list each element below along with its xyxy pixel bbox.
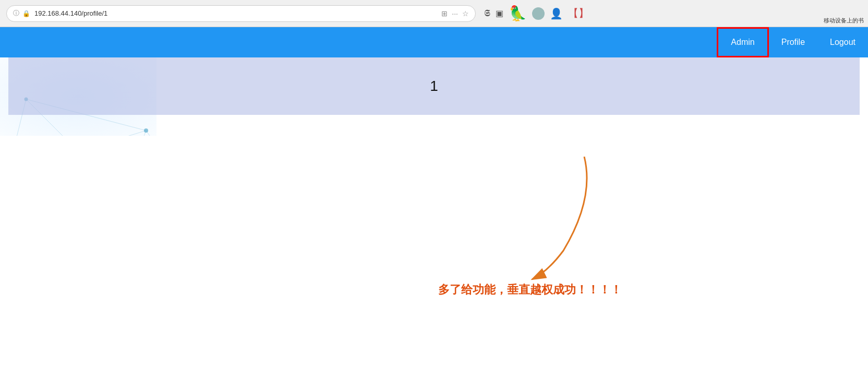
annotation-container: 多了给功能，垂直越权成功！！！！ [417,146,678,313]
url-text: 192.168.44.140/profile/1 [34,9,437,17]
nav-admin[interactable]: Admin [717,27,768,57]
bird-decoration: 🦜 [509,5,527,22]
nav-admin-label: Admin [731,38,754,47]
more-icon: ··· [452,9,458,18]
qr-icon: ⊞ [441,9,448,18]
lock-icon: 🔒 [22,10,30,17]
info-icon: ⓘ [13,9,19,18]
content-area: 1 多了给功能，垂直越权成功！！！！ [0,57,868,365]
nav-profile[interactable]: Profile [769,27,817,57]
extra-icon: 【】 [568,6,589,20]
nav-items: Admin Profile Logout [717,27,868,57]
address-bar-icons: ⓘ 🔒 [13,9,30,18]
nav-logout[interactable]: Logout [817,27,868,57]
address-bar[interactable]: ⓘ 🔒 192.168.44.140/profile/1 ⊞ ··· ☆ [6,5,476,22]
svg-point-47 [144,128,148,133]
annotation-text: 多了给功能，垂直越权成功！！！！ [438,282,622,298]
bookmark-icon: ☆ [462,9,469,18]
address-right-icons: ⊞ ··· ☆ [441,9,469,18]
profile-id: 1 [430,78,438,95]
nav-logout-label: Logout [830,38,855,47]
mobile-text: 移动设备上的书 [824,17,864,25]
arrow-annotation [469,146,636,292]
profile-banner: 1 [8,57,860,115]
navbar: Admin Profile Logout [0,27,868,57]
library-icon: 𝕾 [484,8,490,19]
tab-icon: ▣ [496,8,503,18]
user-avatar [532,7,545,20]
browser-chrome: ⓘ 🔒 192.168.44.140/profile/1 ⊞ ··· ☆ 𝕾 ▣… [0,0,868,27]
nav-profile-label: Profile [781,38,805,47]
notification-icon: 👤 [550,7,563,20]
browser-toolbar: 𝕾 ▣ 🦜 👤 【】 [484,5,589,22]
